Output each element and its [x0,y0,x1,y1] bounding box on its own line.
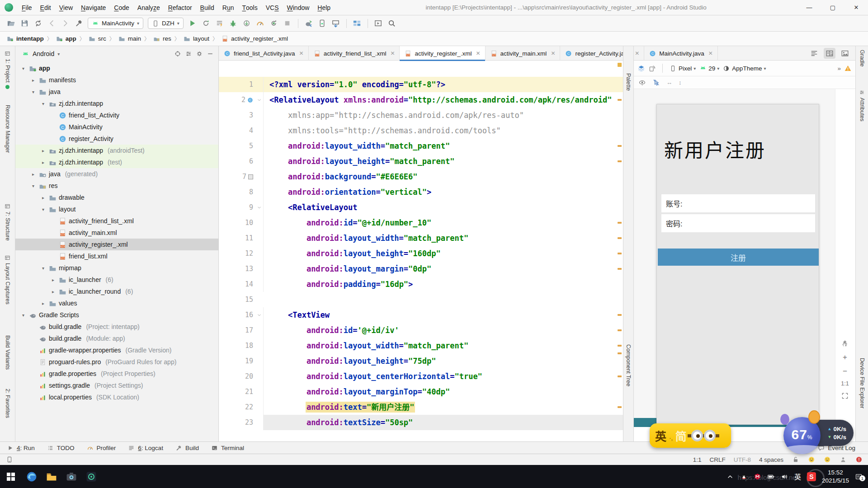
locate-file-icon[interactable] [174,50,181,58]
overflow-chevrons[interactable]: » [837,65,841,72]
code-line[interactable]: 12 android:layout_height="160dp" [219,246,623,261]
toolwindow-build[interactable]: Build [175,444,199,452]
tree-row[interactable]: ▾layout [15,203,218,215]
editor-tab[interactable]: CMainActivity.java✕ [644,46,718,61]
translate-widget[interactable]: 英 ·‚ 简 [650,423,731,448]
toolbar-bug-button[interactable] [227,18,240,29]
theme-selector[interactable]: AppTheme▾ [722,65,766,72]
close-tab-icon[interactable]: ✕ [635,50,639,56]
toolwindow-6-logcat[interactable]: 6: Logcat [127,444,163,452]
tree-row[interactable]: ▸zj.dzh.intentapp(androidTest) [15,145,218,156]
menu-build[interactable]: Build [196,0,218,15]
stripe-tab-gradle[interactable]: Gradle [856,50,868,67]
code-line[interactable]: 18 android:layout_width="match_parent" [219,338,623,353]
tool-window-toggle-icon[interactable] [5,456,13,464]
tree-row[interactable]: ▸java(generated) [15,168,218,180]
sogou-input-icon[interactable]: S [807,472,816,481]
minimize-button[interactable]: — [797,0,821,15]
tree-row[interactable]: </>activity_main.xml [15,227,218,239]
toolbar-sdk-button[interactable] [330,18,342,29]
tree-collapsed-arrow[interactable]: ▸ [50,289,57,294]
menu-analyze[interactable]: Analyze [133,0,164,15]
target-device-selector[interactable]: DZH▾ [148,18,184,29]
toolbar-search-button[interactable] [386,18,398,29]
code-line[interactable]: 4 xmlns:tools="http://schemas.android.co… [219,123,623,138]
breadcrumb-item[interactable]: src [88,35,106,42]
speaker-icon[interactable] [781,473,788,480]
code-line[interactable]: 16 <TextView [219,307,623,323]
toolwindow-todo[interactable]: TODO [47,444,75,452]
tree-row[interactable]: ▸zj.dzh.intentapp(test) [15,156,218,168]
toolbar-hammer-button[interactable] [72,18,85,29]
toolbar-apply-button[interactable] [200,18,212,29]
editor-tab[interactable]: Cfriend_list_Activity.java✕ [219,46,309,61]
tree-row[interactable]: proguard-rules.pro(ProGuard Rules for ap… [15,356,218,368]
code-editor[interactable]: 1<?xml version="1.0" encoding="utf-8"?>2… [219,61,623,441]
code-line[interactable]: 23 android:textSize="50sp" [219,415,623,430]
tree-row[interactable]: build.gradle(Module: app) [15,333,218,344]
zoom-fit-icon[interactable] [840,391,850,401]
api-selector[interactable]: 29▾ [699,65,719,72]
tray-expand-icon[interactable] [726,473,734,480]
breadcrumb-item[interactable]: app [56,35,76,42]
toolbar-fwd-button[interactable] [59,18,71,29]
ime-indicator[interactable]: 英 [794,472,801,481]
toolbar-structure-button[interactable] [351,18,363,29]
start-button[interactable] [0,465,22,488]
qq-icon[interactable] [740,473,748,480]
tree-expanded-arrow[interactable]: ▾ [20,66,27,71]
device-selector[interactable]: Pixel▾ [669,65,696,72]
tree-row[interactable]: </>friend_list.xml [15,250,218,262]
code-line[interactable]: 1<?xml version="1.0" encoding="utf-8"?> [219,77,623,92]
preview-canvas[interactable]: 新用户注册 账号: 密码: 注册 + − 1:1 [634,89,855,441]
zoom-in-button[interactable]: + [840,352,850,362]
split-view-icon[interactable] [824,48,835,59]
tree-row[interactable]: gradle.properties(Project Properties) [15,368,218,380]
code-line[interactable]: 8 android:orientation="vertical"> [219,184,623,200]
error-notification-icon[interactable] [855,456,863,464]
stripe-tab-1-project[interactable]: 1: Project [0,51,15,89]
toolbar-open-button[interactable] [5,18,17,29]
menu-navigate[interactable]: Navigate [77,0,110,15]
toolwindow-profiler[interactable]: Profiler [86,444,116,452]
stripe-tab-2-favorites[interactable]: 2: Favorites [0,389,15,418]
stripe-tab-resource-manager[interactable]: Resource Manager [0,105,15,153]
toolbar-play-button[interactable] [186,18,199,29]
tree-row[interactable]: CMainActivity [15,121,218,133]
tree-collapsed-arrow[interactable]: ▸ [40,301,47,306]
stripe-tab-device-file-explorer[interactable]: Device File Explorer [856,358,868,408]
close-tab-icon[interactable]: ✕ [708,50,713,56]
tree-row[interactable]: settings.gradle(Project Settings) [15,380,218,391]
horizontal-arrow-icon[interactable]: ↔ [666,79,672,86]
zoom-actual-button[interactable]: 1:1 [841,380,849,387]
tree-row[interactable]: local.properties(SDK Location) [15,391,218,403]
tree-row[interactable]: gradle-wrapper.properties(Gradle Version… [15,344,218,356]
code-line[interactable]: 17 android:id='@+id/iv' [219,323,623,338]
preview-password-field[interactable]: 密码: [661,214,815,232]
interactive-mode-icon[interactable] [652,79,660,86]
toolbar-gauge-button[interactable] [254,18,267,29]
code-line[interactable]: 3 xmlns:app="http://schemas.android.com/… [219,108,623,123]
tree-row[interactable]: ▾java [15,86,218,98]
tree-row[interactable]: ▾res [15,180,218,192]
project-view-selector[interactable]: Android [33,50,54,57]
hide-panel-icon[interactable] [206,50,214,58]
tree-expanded-arrow[interactable]: ▾ [30,183,37,188]
breadcrumb-item[interactable]: </>activity_register_.xml [221,35,288,42]
tree-collapsed-arrow[interactable]: ▸ [30,172,37,177]
code-line[interactable]: 21 android:layout_marginTop="40dp" [219,384,623,399]
warning-icon[interactable] [844,65,852,72]
status-4-spaces[interactable]: 4 spaces [759,456,783,463]
toolbar-back-button[interactable] [45,18,58,29]
run-configuration-selector[interactable]: MainActivity▾ [88,18,143,29]
component-tree-tab[interactable]: Component Tree [623,344,633,386]
menu-code[interactable]: Code [110,0,133,15]
code-line[interactable]: 15 [219,292,623,307]
status-utf-8[interactable]: UTF-8 [734,456,751,463]
tree-row[interactable]: </>activity_register_.xml [15,239,218,250]
maximize-button[interactable]: ▢ [821,0,844,15]
tree-row[interactable]: ▸values [15,297,218,309]
code-line[interactable]: 9 <RelativeLayout [219,200,623,215]
close-tab-icon[interactable]: ✕ [551,50,555,56]
code-line[interactable]: 5 android:layout_width="match_parent" [219,138,623,154]
